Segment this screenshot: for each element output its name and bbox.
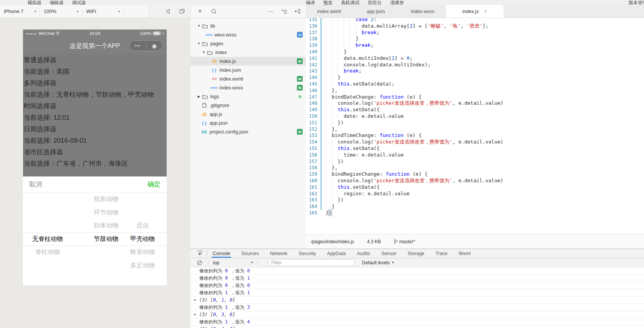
menu-item-清缓存[interactable]: 清缓存 — [390, 0, 404, 5]
devtools-tab-network[interactable]: Network — [269, 249, 288, 258]
log-levels-dropdown[interactable]: Default levels ▼ — [362, 260, 395, 265]
menu-item-编译[interactable]: 编译 — [306, 0, 315, 5]
search-icon[interactable] — [210, 8, 218, 15]
picker-option-selected[interactable]: 甲壳动物 — [120, 232, 166, 246]
tree-item-.gitignore[interactable]: .gitignore — [190, 101, 306, 110]
line-number: 146 — [306, 87, 320, 94]
zoom-dropdown[interactable]: 100% ▾ — [40, 5, 82, 18]
git-status-badge-U: U — [297, 32, 303, 38]
context-dropdown[interactable]: top ▼ — [213, 260, 254, 265]
devtools-tab-wxml[interactable]: Wxml — [458, 249, 471, 258]
devtools-tab-sensor[interactable]: Sensor — [380, 249, 397, 258]
tab-label: app.json — [367, 9, 385, 14]
tree-item-pages[interactable]: ▼pages — [190, 39, 306, 48]
chevron-right-icon[interactable]: ▶ — [197, 95, 201, 98]
mute-speaker-icon[interactable] — [165, 8, 173, 15]
picker-option[interactable]: 蛛形动物 — [120, 246, 166, 259]
devtools-tab-sources[interactable]: Sources — [241, 249, 260, 258]
chevron-down-icon[interactable]: ▼ — [197, 24, 201, 28]
multi-window-icon[interactable] — [178, 8, 186, 15]
tab-app.json[interactable]: app.json — [352, 5, 399, 18]
capsule-exit-icon[interactable]: ◉ — [146, 43, 163, 49]
menu-item-version[interactable]: 版本管理 — [629, 0, 644, 5]
tree-item-lib[interactable]: ▼lib — [190, 21, 306, 30]
menu-item-切后台[interactable]: 切后台 — [368, 0, 382, 5]
code-text: this.setData({ — [322, 145, 644, 152]
picker-option[interactable]: 脊柱动物 — [25, 246, 70, 259]
tree-item-index.json[interactable]: { }index.json — [190, 66, 306, 74]
tree-item-app.json[interactable]: { }app.json — [190, 119, 306, 127]
console-filter-input[interactable] — [269, 259, 354, 266]
code-text: }) — [322, 197, 644, 203]
line-number: 149 — [306, 107, 320, 113]
tree-item-app.js[interactable]: JSapp.js — [190, 110, 306, 119]
devtools-tab-audits[interactable]: Audits — [356, 249, 371, 258]
expand-arrow-icon[interactable]: ▶ — [194, 326, 196, 328]
code-line: 165}) — [306, 210, 644, 216]
devtools-tab-security[interactable]: Security — [298, 249, 317, 258]
add-file-icon[interactable]: + — [196, 8, 204, 15]
git-branch[interactable]: master* — [394, 239, 415, 244]
collapse-panel-icon[interactable] — [293, 8, 301, 15]
line-number: 151 — [306, 120, 320, 126]
network-dropdown[interactable]: WiFi ▾ — [82, 5, 124, 18]
console-message: 修改的列为 1 ，值为 1 — [190, 289, 644, 297]
menu-item-真机调试[interactable]: 真机调试 — [341, 0, 359, 5]
tab-index.wxss[interactable]: index.wxss — [399, 5, 446, 18]
menu-item-编辑器[interactable]: 编辑器 — [50, 0, 64, 5]
console-output: 修改的列为 0 ，值为 0修改的列为 0 ，值为 1修改的列为 0 ，值为 0修… — [190, 267, 644, 328]
chevron-down-icon: ▼ — [392, 261, 395, 264]
tab-index.wxml[interactable]: index.wxml — [306, 5, 352, 18]
code-text: console.log(data.multiIndex); — [322, 62, 644, 68]
code-editor[interactable]: 135 case 2:136 data.multiArray[2] = ['蜥蜴… — [306, 18, 644, 249]
device-dropdown[interactable]: iPhone 7 ▾ — [0, 5, 40, 18]
tree-item-index[interactable]: ▼index — [190, 48, 306, 57]
expand-arrow-icon[interactable]: ▶ — [194, 297, 196, 303]
close-tab-icon[interactable]: × — [484, 8, 487, 14]
devtools-tab-console[interactable]: Console — [212, 249, 231, 258]
devtools-tab-appdata[interactable]: AppData — [326, 249, 347, 258]
menu-item-调试器[interactable]: 调试器 — [72, 0, 86, 5]
more-icon[interactable]: ⋯ — [267, 8, 275, 15]
picker-confirm-button[interactable]: 确定 — [147, 176, 161, 193]
line-number: 154 — [306, 139, 320, 145]
code-line: 149 this.setData({ — [306, 107, 644, 113]
branch-name: master* — [399, 239, 415, 244]
menu-item-模拟器[interactable]: 模拟器 — [28, 0, 41, 5]
tab-index.js[interactable]: index.js× — [446, 5, 503, 18]
clear-console-icon[interactable] — [196, 259, 203, 267]
file-name: app.json — [210, 120, 228, 126]
tree-item-logs[interactable]: ▶logs — [190, 92, 306, 101]
menu-item-预览[interactable]: 预览 — [323, 0, 333, 5]
battery-percent: 100% — [140, 31, 151, 36]
tree-item-weui.wxss[interactable]: wxssweui.wxssU — [190, 30, 306, 39]
capsule-more-icon[interactable]: ••• — [129, 43, 146, 48]
devtools-tab-trace[interactable]: Trace — [435, 249, 449, 258]
tree-item-index.wxss[interactable]: wxssindex.wxssM — [190, 83, 306, 92]
chevron-down-icon: ▾ — [34, 10, 36, 13]
picker-cancel-button[interactable]: 取消 — [29, 176, 42, 193]
tree-item-project.config.json[interactable]: {o}project.config.jsonM — [190, 127, 306, 136]
code-text: }, — [322, 126, 644, 133]
outline-icon[interactable] — [280, 8, 288, 15]
inspect-element-icon[interactable] — [195, 250, 203, 257]
console-message: ▶(3) [0, 1, 0] — [190, 297, 644, 304]
expand-arrow-icon[interactable]: ▶ — [194, 311, 196, 318]
chevron-down-icon[interactable]: ▼ — [202, 51, 206, 54]
capsule-menu: ••• ◉ — [129, 40, 163, 51]
code-text: bindDateChange: function (e) { — [322, 94, 644, 101]
picker-option-selected[interactable]: 无脊柱动物 — [25, 232, 70, 246]
code-line: 151 }) — [306, 120, 644, 126]
page-text-line: 多列选择器 — [24, 77, 166, 89]
picker-option[interactable]: 多足动物 — [120, 259, 166, 272]
console-message: ▶(3) [0, 3, 0] — [190, 311, 644, 318]
chevron-down-icon[interactable]: ▼ — [197, 42, 201, 45]
file-type-icon-wxss: wxss — [210, 86, 218, 89]
code-line: 145 this.setData(data); — [306, 81, 644, 87]
file-type-icon-folder — [201, 41, 209, 46]
picker-option[interactable]: 昆虫 — [120, 219, 166, 232]
tree-item-index.js[interactable]: JSindex.jsM — [190, 57, 306, 66]
devtools-tab-storage[interactable]: Storage — [407, 249, 425, 258]
wechat-devtools-window: 模拟器编辑器调试器 编译预览真机调试切后台清缓存 版本管理 iPhone 7 ▾… — [0, 0, 644, 328]
tree-item-index.wxml[interactable]: < >index.wxmlM — [190, 74, 306, 83]
